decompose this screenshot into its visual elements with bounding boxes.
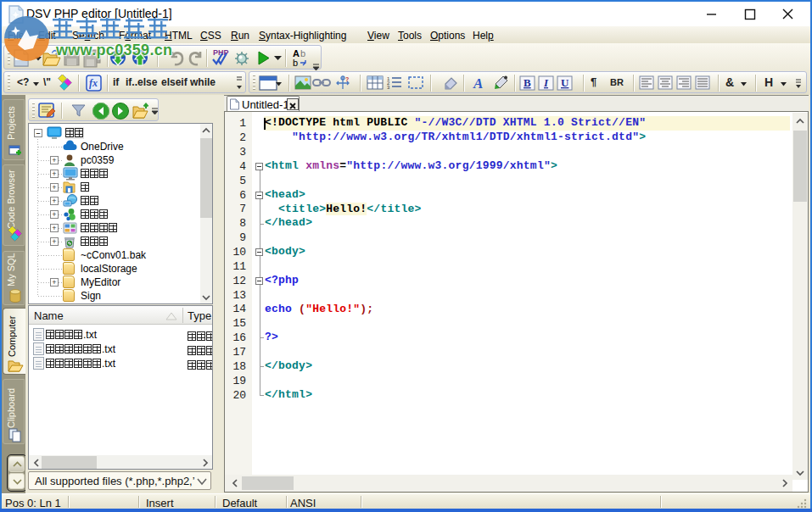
svg-text:fx: fx [89, 77, 98, 89]
svg-text:I: I [543, 76, 549, 89]
svg-text:?: ? [345, 76, 349, 82]
svg-text:3: 3 [387, 85, 390, 90]
svg-text:b: b [300, 48, 305, 58]
svg-text:A: A [473, 75, 483, 91]
svg-text:U: U [561, 76, 569, 89]
svg-text:B: B [524, 76, 531, 89]
svg-text:b: b [293, 58, 298, 68]
